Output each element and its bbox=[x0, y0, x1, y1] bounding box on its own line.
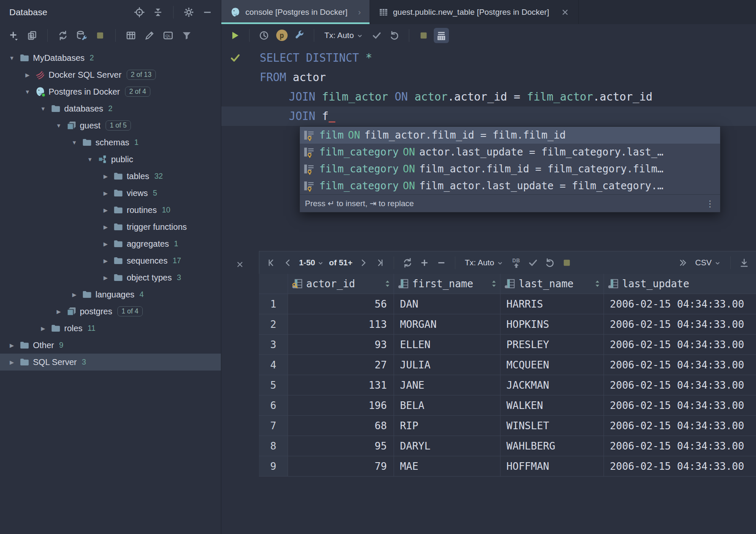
more-actions-button[interactable] bbox=[675, 255, 690, 270]
chevron-expanded-icon[interactable]: ▼ bbox=[53, 123, 65, 129]
datasource-props-icon-button[interactable] bbox=[74, 28, 89, 43]
tab-guest-public-new_table[interactable]: guest.public.new_table [Postgres in Dock… bbox=[370, 0, 579, 24]
edit-icon-button[interactable] bbox=[142, 28, 157, 43]
chevron-collapsed-icon[interactable]: ▶ bbox=[37, 325, 49, 332]
tree-item-public[interactable]: ▼public bbox=[0, 151, 221, 168]
table-row-3[interactable]: 393ELLENPRESLEY2006-02-15 04:34:33.00 bbox=[259, 335, 756, 355]
settings-wrench-button[interactable] bbox=[292, 28, 307, 43]
chevron-collapsed-icon[interactable]: ▶ bbox=[53, 308, 65, 315]
tx-mode-select[interactable]: Tx: Auto bbox=[321, 31, 367, 40]
cell-first-name[interactable]: DAN bbox=[394, 294, 500, 314]
cell-last-name[interactable]: WINSLET bbox=[500, 416, 604, 436]
tree-item-databases[interactable]: ▼databases2 bbox=[0, 100, 221, 117]
completion-item-3[interactable]: film_categoryONfilm_actor.film_id = film… bbox=[300, 161, 720, 177]
cell-last-update[interactable]: 2006-02-15 04:34:33.00 bbox=[604, 416, 756, 436]
table-icon-button[interactable] bbox=[123, 28, 139, 43]
cell-actor-id[interactable]: 196 bbox=[288, 395, 394, 416]
cell-last-name[interactable]: HARRIS bbox=[500, 294, 604, 314]
tree-item-roles[interactable]: ▶roles11 bbox=[0, 320, 221, 337]
cell-last-update[interactable]: 2006-02-15 04:34:33.00 bbox=[604, 375, 756, 395]
cell-first-name[interactable]: MORGAN bbox=[394, 314, 500, 335]
preview-toggle-button[interactable] bbox=[434, 28, 449, 43]
chevron-collapsed-icon[interactable]: ▶ bbox=[100, 241, 111, 247]
duplicate-icon-button[interactable] bbox=[24, 28, 40, 43]
table-row-4[interactable]: 427JULIAMCQUEEN2006-02-15 04:34:33.00 bbox=[259, 355, 756, 375]
row-number[interactable]: 2 bbox=[259, 314, 288, 335]
dialect-p-button[interactable]: p bbox=[274, 28, 289, 43]
sql-line-3[interactable]: JOIN film_actor ON actor.actor_id = film… bbox=[221, 87, 756, 106]
sort-arrows-icon[interactable] bbox=[385, 280, 390, 288]
chevron-collapsed-icon[interactable]: ▶ bbox=[22, 72, 33, 78]
cell-last-update[interactable]: 2006-02-15 04:34:33.00 bbox=[604, 355, 756, 375]
tab-console[interactable]: console [Postgres in Docker]› bbox=[221, 0, 370, 24]
chevron-collapsed-icon[interactable]: ▶ bbox=[100, 224, 111, 230]
sort-arrows-icon[interactable] bbox=[595, 280, 600, 288]
tab-overflow-chevron-icon[interactable]: › bbox=[358, 7, 361, 17]
cell-last-update[interactable]: 2006-02-15 04:34:33.00 bbox=[604, 314, 756, 335]
cell-last-name[interactable]: HOPKINS bbox=[500, 314, 604, 335]
tree-item-sql-server[interactable]: ▶SQL Server3 bbox=[0, 354, 221, 371]
cell-actor-id[interactable]: 27 bbox=[288, 355, 394, 375]
cell-first-name[interactable]: RIP bbox=[394, 416, 500, 436]
table-row-1[interactable]: 156DANHARRIS2006-02-15 04:34:33.00 bbox=[259, 294, 756, 314]
add-icon-button[interactable] bbox=[6, 28, 21, 43]
tx-mode-select[interactable]: Tx: Auto bbox=[461, 258, 507, 267]
tree-item-tables[interactable]: ▶tables32 bbox=[0, 168, 221, 185]
commit-button[interactable] bbox=[525, 255, 541, 270]
cell-actor-id[interactable]: 131 bbox=[288, 375, 394, 395]
column-header-last_update[interactable]: last_update bbox=[604, 274, 756, 294]
cell-first-name[interactable]: JANE bbox=[394, 375, 500, 395]
reload-page-button[interactable] bbox=[400, 255, 415, 270]
first-page-button[interactable] bbox=[264, 255, 279, 270]
row-number[interactable]: 4 bbox=[259, 355, 288, 375]
cell-actor-id[interactable]: 113 bbox=[288, 314, 394, 335]
tree-item-docker-sql-server[interactable]: ▶Docker SQL Server2 of 13 bbox=[0, 66, 221, 83]
chevron-collapsed-icon[interactable]: ▶ bbox=[100, 173, 111, 180]
run-statement-icon[interactable] bbox=[230, 52, 241, 63]
tree-item-languages[interactable]: ▶languages4 bbox=[0, 286, 221, 303]
cell-first-name[interactable]: DARYL bbox=[394, 436, 500, 456]
cell-first-name[interactable]: MAE bbox=[394, 456, 500, 477]
column-header-last_name[interactable]: last_name bbox=[500, 274, 604, 294]
cell-last-name[interactable]: WALKEN bbox=[500, 395, 604, 416]
chevron-expanded-icon[interactable]: ▼ bbox=[22, 89, 33, 95]
filter-icon-button[interactable] bbox=[179, 28, 194, 43]
close-tab-icon[interactable] bbox=[560, 8, 570, 17]
tree-item-trigger-functions[interactable]: ▶trigger functions bbox=[0, 218, 221, 235]
cell-actor-id[interactable]: 79 bbox=[288, 456, 394, 477]
cell-first-name[interactable]: JULIA bbox=[394, 355, 500, 375]
sql-line-2[interactable]: FROM actor bbox=[221, 68, 756, 87]
chevron-collapsed-icon[interactable]: ▶ bbox=[6, 342, 18, 349]
cell-last-name[interactable]: PRESLEY bbox=[500, 335, 604, 355]
commit-button[interactable] bbox=[369, 28, 384, 43]
completion-item-4[interactable]: film_categoryONfilm_actor.last_update = … bbox=[300, 177, 720, 194]
table-row-8[interactable]: 895DARYLWAHLBERG2006-02-15 04:34:33.00 bbox=[259, 436, 756, 456]
cell-last-update[interactable]: 2006-02-15 04:34:33.00 bbox=[604, 436, 756, 456]
reload-icon-button[interactable] bbox=[55, 28, 71, 43]
tree-item-schemas[interactable]: ▼schemas1 bbox=[0, 134, 221, 151]
collapse-all-icon-button[interactable] bbox=[150, 5, 166, 20]
chevron-expanded-icon[interactable]: ▼ bbox=[6, 55, 18, 61]
stop-icon-button[interactable] bbox=[92, 28, 108, 43]
tree-item-postgres[interactable]: ▶postgres1 of 4 bbox=[0, 303, 221, 320]
tree-item-aggregates[interactable]: ▶aggregates1 bbox=[0, 235, 221, 252]
cell-last-name[interactable]: WAHLBERG bbox=[500, 436, 604, 456]
row-number[interactable]: 6 bbox=[259, 395, 288, 416]
sort-arrows-icon[interactable] bbox=[491, 280, 497, 288]
table-row-6[interactable]: 6196BELAWALKEN2006-02-15 04:34:33.00 bbox=[259, 395, 756, 416]
cell-last-name[interactable]: MCQUEEN bbox=[500, 355, 604, 375]
tree-item-object-types[interactable]: ▶object types3 bbox=[0, 269, 221, 286]
row-number[interactable]: 1 bbox=[259, 294, 288, 314]
prev-page-button[interactable] bbox=[280, 255, 296, 270]
stop-button[interactable] bbox=[416, 28, 431, 43]
submit-to-database-button[interactable]: DB bbox=[509, 255, 524, 270]
cell-last-update[interactable]: 2006-02-15 04:34:33.00 bbox=[604, 395, 756, 416]
row-number[interactable]: 7 bbox=[259, 416, 288, 436]
hide-icon-button[interactable] bbox=[200, 5, 215, 20]
chevron-expanded-icon[interactable]: ▼ bbox=[37, 106, 49, 112]
row-number[interactable]: 9 bbox=[259, 456, 288, 477]
tree-item-sequences[interactable]: ▶sequences17 bbox=[0, 252, 221, 269]
rollback-button[interactable] bbox=[542, 255, 557, 270]
cell-actor-id[interactable]: 93 bbox=[288, 335, 394, 355]
tree-item-mydatabases[interactable]: ▼MyDatabases2 bbox=[0, 49, 221, 66]
